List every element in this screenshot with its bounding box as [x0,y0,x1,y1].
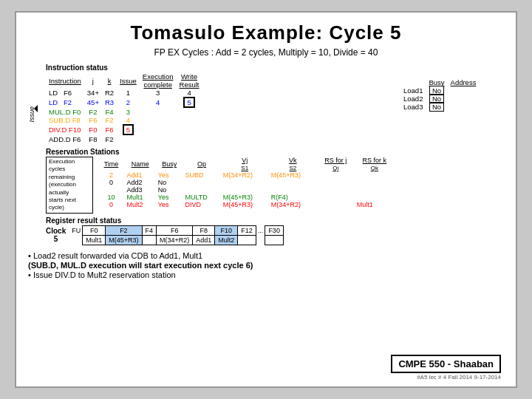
load-col-address: Address [448,78,480,86]
note-line2: (SUB.D, MUL.D execution will start execu… [28,261,504,270]
table-row: MUL.D F0 F2F4 3 [46,108,202,116]
table-row: LD F2 45+R3 24 5 [46,97,202,108]
rs-col-time: Time [98,157,124,171]
slide-title: Tomasulo Example: Cycle 5 [28,21,504,44]
table-row: 10Mult1YesMULTD M(45+R3)R(F4) [98,194,395,201]
table-row: 0Add2No [98,179,395,186]
rs-col-op: Op [183,157,220,171]
rs-col-qi: RS for jQi [317,157,355,171]
register-values-row: Mult1 M(45+R3) M(34+R2) Add1 Mult2 [70,235,283,245]
col-issue: Issue [117,72,140,89]
table-row: LD F6 34+R2134 [46,89,202,97]
instr-status-title: Instruction status [46,64,395,72]
note-line3: • Issue DIV.D to Mult2 reservation stati… [28,270,504,279]
clock-value: 5 [46,235,66,243]
col-instruction: Instruction [46,72,84,89]
reg-status-title: Register result status [46,216,395,225]
table-row: DIV.D F10 F0F6 5 [46,124,202,135]
col-k: k [102,72,117,89]
col-j: j [84,72,102,89]
footer-text: #A5 lec # 4 Fall 2014 9-17-2014 [417,374,501,381]
table-row: 2Add1YesSUBD M(34+R2)M(45+R3) [98,171,395,179]
col-exec: Executioncomplete [140,72,177,89]
exec-cycles-box: Execution cycles remaining (execution ac… [46,157,93,214]
rs-col-name: Name [125,157,156,171]
load-col-name [400,78,426,86]
col-write: WriteResult [177,72,202,89]
table-row: ADD.D F6 F8F2 [46,135,202,143]
clock-label: Clock [46,227,66,235]
table-row: SUB.D F8 F6F2 4 [46,116,202,124]
table-row: Add3No [98,186,395,194]
table-row: Load3 No [400,103,479,111]
rs-title: Reservation Stations [46,148,395,156]
rs-col-qk: RS for kQk [355,157,395,171]
note-line1: • Load2 result forwarded via CDB to Add1… [28,251,504,260]
rs-col-busy: Busy [156,157,183,171]
rs-col-vj: VjS1 [221,157,269,171]
rs-col-vk: VkS2 [269,157,317,171]
slide-subtitle: FP EX Cycles : Add = 2 cycles, Multiply … [28,47,504,58]
cmpe-box: CMPE 550 - Shaaban [391,355,501,373]
table-row: 0Mult2YesDIVD M(45+R3)M(34+R2)Mult1 [98,201,395,208]
